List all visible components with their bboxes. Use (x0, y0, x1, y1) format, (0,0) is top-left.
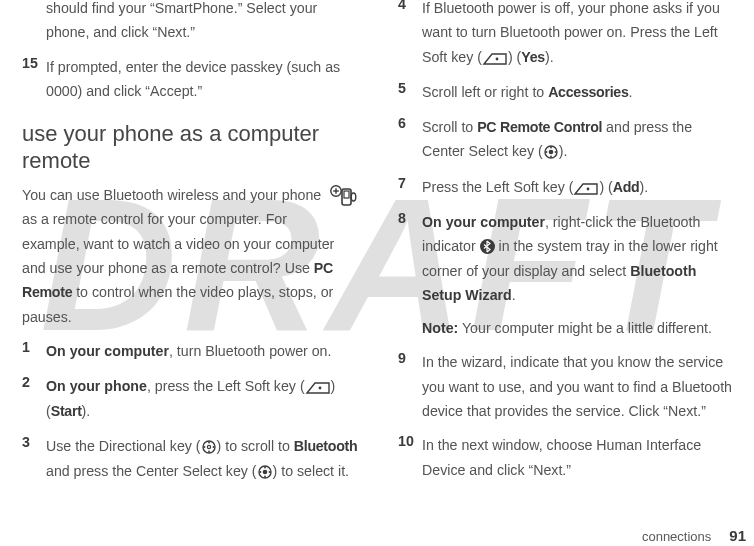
step-lead: On your computer (422, 214, 545, 230)
text: ). (545, 49, 554, 65)
add-label: Add (613, 179, 640, 195)
left-column: should find your “SmartPhone.” Select yo… (22, 0, 386, 542)
svg-point-6 (318, 386, 321, 389)
continuation-paragraph: should find your “SmartPhone.” Select yo… (22, 0, 358, 45)
step-number: 1 (22, 339, 46, 363)
accessories-label: Accessories (548, 84, 628, 100)
svg-point-5 (351, 193, 356, 201)
text: , press the Left Soft key ( (147, 378, 305, 394)
svg-point-16 (264, 476, 266, 478)
text: ) ( (508, 49, 521, 65)
text: In the next window, choose Human Interfa… (422, 437, 701, 477)
yes-label: Yes (521, 49, 545, 65)
step-6: 6 Scroll to PC Remote Control and press … (398, 115, 738, 165)
step-lead: On your computer (46, 343, 169, 359)
step-lead: On your phone (46, 378, 147, 394)
step-4: 4 If Bluetooth power is off, your phone … (398, 0, 738, 70)
svg-point-10 (208, 450, 210, 452)
svg-point-18 (268, 471, 270, 473)
page-number: 91 (729, 527, 746, 544)
right-column: 4 If Bluetooth power is off, your phone … (386, 0, 750, 542)
step-number: 5 (398, 80, 422, 104)
step-2: 2 On your phone, press the Left Soft key… (22, 374, 358, 424)
svg-point-26 (587, 187, 590, 190)
text: . (512, 287, 516, 303)
text: If prompted, enter the device passkey (s… (46, 59, 340, 99)
start-label: Start (51, 403, 82, 419)
svg-point-23 (550, 156, 552, 158)
left-soft-key-icon (482, 46, 508, 70)
section-heading: use your phone as a computer remote (22, 120, 358, 175)
left-soft-key-icon (573, 176, 599, 200)
step-5: 5 Scroll left or right to Accessories. (398, 80, 738, 104)
text: and press the Center Select key ( (46, 463, 257, 479)
note-lead: Note: (422, 320, 458, 336)
text: Press the Left Soft key ( (422, 179, 573, 195)
step-number: 8 (398, 210, 422, 340)
svg-point-19 (496, 57, 499, 60)
svg-point-15 (264, 467, 266, 469)
step-1: 1 On your computer, turn Bluetooth power… (22, 339, 358, 363)
step-7: 7 Press the Left Soft key () (Add). (398, 175, 738, 200)
text: ) ( (599, 179, 612, 195)
center-select-key-icon (543, 140, 559, 164)
step-15: 15 If prompted, enter the device passkey… (22, 55, 358, 104)
page-content: should find your “SmartPhone.” Select yo… (0, 0, 754, 546)
text: Scroll left or right to (422, 84, 548, 100)
section-name: connections (642, 529, 711, 544)
svg-point-25 (554, 151, 556, 153)
svg-point-11 (203, 446, 205, 448)
step-number: 4 (398, 0, 422, 70)
text: . (628, 84, 632, 100)
text: , turn Bluetooth power on. (169, 343, 331, 359)
step-number: 7 (398, 175, 422, 200)
bluetooth-feature-icon (330, 185, 358, 216)
text: ) to select it. (273, 463, 349, 479)
svg-point-21 (548, 150, 553, 155)
pc-remote-control-label: PC Remote Control (477, 119, 602, 135)
svg-point-8 (207, 445, 210, 448)
text: Use the Directional key ( (46, 438, 201, 454)
text: ). (559, 143, 568, 159)
step-3: 3 Use the Directional key () to scroll t… (22, 434, 358, 485)
svg-point-17 (259, 471, 261, 473)
text: Scroll to (422, 119, 477, 135)
step-8: 8 On your computer, right-click the Blue… (398, 210, 738, 340)
center-select-key-icon (257, 460, 273, 484)
directional-key-icon (201, 435, 217, 459)
text: ) to scroll to (217, 438, 294, 454)
text: ). (82, 403, 91, 419)
bluetooth-label: Bluetooth (294, 438, 358, 454)
step-number: 3 (22, 434, 46, 485)
step-number: 6 (398, 115, 422, 165)
page-footer: connections 91 (642, 527, 746, 544)
step-number: 10 (398, 433, 422, 482)
svg-point-22 (550, 147, 552, 149)
svg-rect-4 (344, 191, 349, 198)
text: If Bluetooth power is off, your phone as… (422, 0, 720, 65)
left-soft-key-icon (305, 375, 331, 399)
svg-point-9 (208, 441, 210, 443)
step-number: 2 (22, 374, 46, 424)
text: ). (640, 179, 649, 195)
intro-paragraph: You can use Bluetooth wireless and your … (22, 183, 358, 330)
step-number: 15 (22, 55, 46, 104)
text: In the wizard, indicate that you know th… (422, 354, 732, 419)
svg-point-14 (262, 470, 267, 475)
step-10: 10 In the next window, choose Human Inte… (398, 433, 738, 482)
text: You can use Bluetooth wireless and your … (22, 187, 334, 276)
svg-point-24 (545, 151, 547, 153)
text: Your computer might be a little differen… (458, 320, 712, 336)
step-9: 9 In the wizard, indicate that you know … (398, 350, 738, 423)
svg-point-12 (212, 446, 214, 448)
text: should find your “SmartPhone.” Select yo… (46, 0, 317, 40)
step-number: 9 (398, 350, 422, 423)
bluetooth-tray-icon (480, 239, 495, 254)
